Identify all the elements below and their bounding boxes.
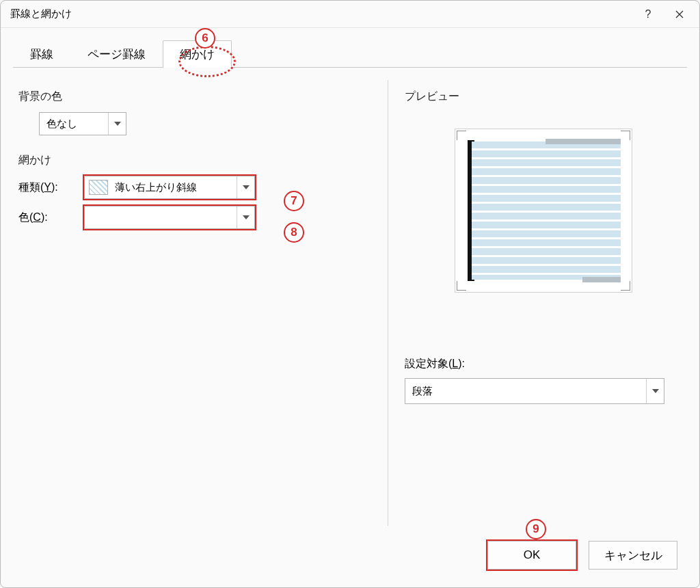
apply-to-dropdown[interactable]: 段落: [405, 378, 664, 404]
chevron-down-icon: [237, 206, 254, 228]
annotation-callout-6: 6: [195, 28, 215, 49]
pattern-color-dropdown[interactable]: [84, 206, 255, 229]
bg-color-value: 色なし: [40, 118, 108, 131]
chevron-down-icon: [646, 379, 664, 403]
tab-page-borders[interactable]: ページ罫線: [70, 40, 163, 68]
chevron-down-icon: [108, 113, 126, 135]
apply-to-label: 設定対象(L):: [405, 357, 682, 371]
bg-section-title: 背景の色: [18, 90, 385, 104]
annotation-dotted-circle: [178, 46, 236, 77]
shading-section-title: 網かけ: [18, 153, 385, 168]
preview-text-line: [546, 139, 621, 144]
button-row: OK キャンセル: [1, 529, 699, 587]
tab-label: ページ罫線: [88, 48, 146, 61]
pattern-color-label: 色(C):: [18, 211, 84, 225]
preview-box: [455, 129, 632, 293]
left-column: 背景の色 色なし 網かけ 種類(Y): 薄い右上がり斜線: [18, 80, 385, 526]
preview-text-line: [582, 277, 621, 282]
preview-shading: [472, 142, 621, 280]
apply-to-value: 段落: [405, 385, 646, 398]
crop-mark-icon: [621, 281, 630, 291]
button-label: キャンセル: [604, 548, 662, 563]
cancel-button[interactable]: キャンセル: [589, 541, 677, 570]
diagonal-pattern-icon: [89, 180, 108, 195]
button-label: OK: [524, 548, 541, 562]
dialog-title: 罫線と網かけ: [10, 8, 632, 21]
ok-button[interactable]: OK: [487, 541, 576, 570]
content-area: 背景の色 色なし 網かけ 種類(Y): 薄い右上がり斜線: [1, 68, 699, 529]
tab-row: 罫線 ページ罫線 網かけ: [1, 28, 699, 68]
tab-borders[interactable]: 罫線: [13, 40, 70, 68]
bg-color-dropdown[interactable]: 色なし: [39, 112, 126, 135]
titlebar: 罫線と網かけ ?: [1, 1, 699, 28]
crop-mark-icon: [457, 281, 466, 291]
tab-label: 罫線: [30, 48, 53, 61]
crop-mark-icon: [457, 131, 466, 140]
pattern-type-value: 薄い右上がり斜線: [108, 181, 237, 194]
preview-section-title: プレビュー: [405, 90, 682, 104]
annotation-callout-7: 7: [284, 191, 304, 211]
help-button[interactable]: ?: [632, 4, 664, 25]
annotation-callout-9: 9: [526, 519, 546, 539]
close-icon: [675, 10, 684, 18]
right-column: プレビュー 設定対象(L): 段落: [388, 80, 682, 526]
chevron-down-icon: [237, 176, 254, 198]
crop-mark-icon: [621, 131, 630, 140]
pattern-type-label: 種類(Y):: [18, 181, 84, 195]
annotation-callout-8: 8: [284, 222, 304, 243]
borders-shading-dialog: 罫線と網かけ ? 罫線 ページ罫線 網かけ 背景の色 色なし 網かけ 種類(Y)…: [0, 0, 700, 588]
close-button[interactable]: [664, 4, 695, 25]
pattern-type-dropdown[interactable]: 薄い右上がり斜線: [84, 176, 255, 199]
